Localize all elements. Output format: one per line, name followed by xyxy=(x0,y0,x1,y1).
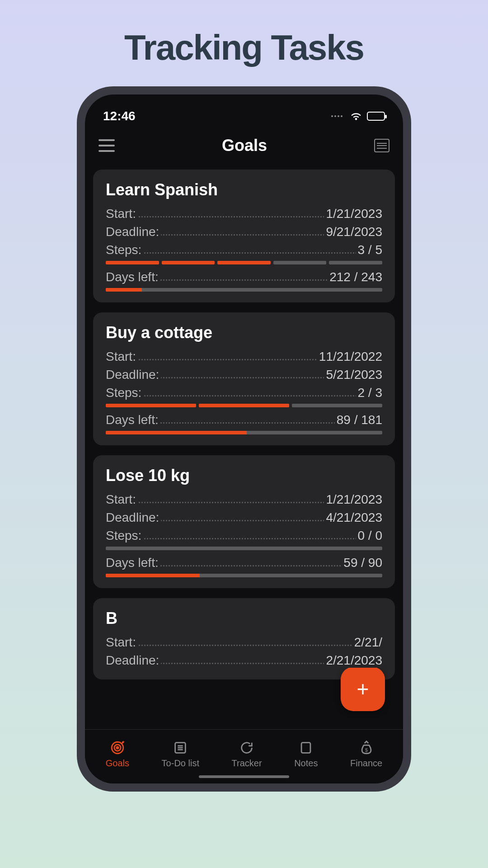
label-start: Start: xyxy=(106,635,138,650)
nav-label: Tracker xyxy=(232,758,262,769)
goal-card[interactable]: Buy a cottage Start: 11/21/2022 Deadline… xyxy=(93,312,395,445)
label-steps: Steps: xyxy=(106,386,143,400)
days-progress xyxy=(106,288,382,292)
add-button[interactable]: + xyxy=(341,667,385,711)
goal-title: Lose 10 kg xyxy=(106,466,382,485)
steps-progress xyxy=(106,404,382,407)
label-deadline: Deadline: xyxy=(106,368,161,382)
days-progress-fill xyxy=(106,431,247,434)
label-deadline: Deadline: xyxy=(106,225,161,239)
label-daysleft: Days left: xyxy=(106,556,160,570)
app-header: Goals xyxy=(85,130,403,161)
label-daysleft: Days left: xyxy=(106,413,160,427)
home-indicator xyxy=(199,775,289,778)
value-steps: 0 / 0 xyxy=(356,528,382,543)
goal-card[interactable]: Lose 10 kg Start: 1/21/2023 Deadline: 4/… xyxy=(93,455,395,588)
dotted-divider xyxy=(106,252,382,254)
dotted-divider xyxy=(106,395,382,396)
nav-goals[interactable]: Goals xyxy=(106,740,129,769)
list-view-icon[interactable] xyxy=(374,139,389,152)
value-daysleft: 212 / 243 xyxy=(328,270,382,284)
goal-title: B xyxy=(106,609,382,628)
goal-title: Buy a cottage xyxy=(106,323,382,342)
days-progress-fill xyxy=(106,288,142,292)
value-steps: 2 / 3 xyxy=(356,386,382,400)
value-deadline: 9/21/2023 xyxy=(324,225,382,239)
value-daysleft: 89 / 181 xyxy=(335,413,382,427)
value-daysleft: 59 / 90 xyxy=(342,556,382,570)
cellular-dots-icon xyxy=(331,115,343,117)
dotted-divider xyxy=(106,645,382,646)
value-steps: 3 / 5 xyxy=(356,243,382,257)
value-deadline: 5/21/2023 xyxy=(324,368,382,382)
status-time: 12:46 xyxy=(103,109,136,123)
nav-finance[interactable]: $ Finance xyxy=(350,740,382,769)
nav-notes[interactable]: Notes xyxy=(294,740,318,769)
goal-card[interactable]: B Start: 2/21/ Deadline: 2/21/2023 xyxy=(93,598,395,679)
money-bag-icon: $ xyxy=(359,740,374,755)
dotted-divider xyxy=(106,538,382,539)
label-deadline: Deadline: xyxy=(106,653,161,668)
days-progress xyxy=(106,574,382,577)
nav-tracker[interactable]: Tracker xyxy=(232,740,262,769)
nav-label: Finance xyxy=(350,758,382,769)
days-progress xyxy=(106,431,382,434)
steps-progress xyxy=(106,547,382,550)
wifi-icon xyxy=(350,110,362,122)
note-icon xyxy=(298,740,314,755)
value-start: 2/21/ xyxy=(352,635,382,650)
days-progress-fill xyxy=(106,574,200,577)
status-bar: 12:46 xyxy=(85,103,403,130)
label-start: Start: xyxy=(106,349,138,364)
svg-rect-7 xyxy=(301,743,310,753)
plus-icon: + xyxy=(357,677,369,701)
page-title: Goals xyxy=(222,136,267,155)
label-daysleft: Days left: xyxy=(106,270,160,284)
svg-point-2 xyxy=(117,747,118,749)
value-start: 1/21/2023 xyxy=(324,492,382,507)
label-deadline: Deadline: xyxy=(106,510,161,525)
value-start: 1/21/2023 xyxy=(324,207,382,221)
goal-title: Learn Spanish xyxy=(106,180,382,199)
list-icon xyxy=(173,740,188,755)
refresh-icon xyxy=(239,740,254,755)
label-start: Start: xyxy=(106,492,138,507)
nav-label: Goals xyxy=(106,758,129,769)
goal-card[interactable]: Learn Spanish Start: 1/21/2023 Deadline:… xyxy=(93,170,395,302)
menu-icon[interactable] xyxy=(99,139,115,152)
promo-title: Tracking Tasks xyxy=(124,27,364,68)
value-deadline: 4/21/2023 xyxy=(324,510,382,525)
nav-label: To-Do list xyxy=(162,758,199,769)
goals-list: Learn Spanish Start: 1/21/2023 Deadline:… xyxy=(85,161,403,729)
status-right xyxy=(331,110,385,122)
svg-text:$: $ xyxy=(365,747,368,753)
phone-screen: 12:46 Goals xyxy=(85,94,403,783)
value-deadline: 2/21/2023 xyxy=(324,653,382,668)
phone-frame: 12:46 Goals xyxy=(77,86,411,792)
battery-icon xyxy=(367,112,385,121)
label-steps: Steps: xyxy=(106,243,143,257)
nav-todo[interactable]: To-Do list xyxy=(162,740,199,769)
nav-label: Notes xyxy=(294,758,318,769)
label-start: Start: xyxy=(106,207,138,221)
steps-progress xyxy=(106,261,382,264)
label-steps: Steps: xyxy=(106,528,143,543)
value-start: 11/21/2022 xyxy=(317,349,382,364)
target-icon xyxy=(110,740,125,755)
